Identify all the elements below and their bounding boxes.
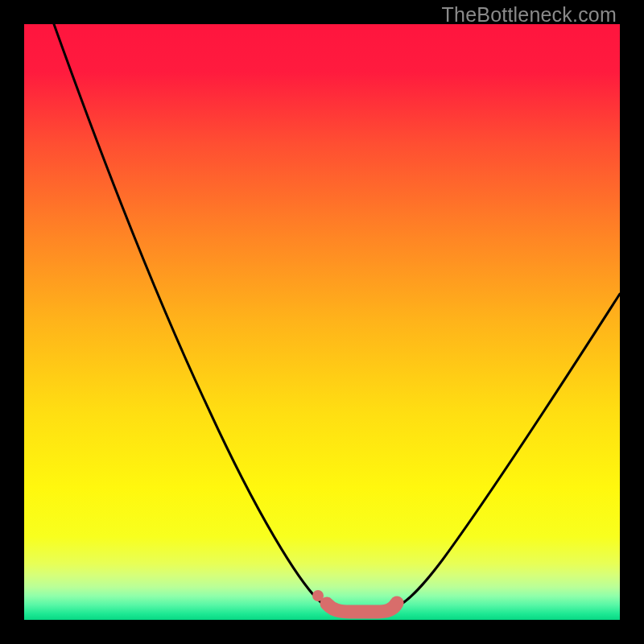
chart-curves xyxy=(24,24,620,620)
plot-area xyxy=(24,24,620,620)
black-left-curve xyxy=(54,24,336,609)
watermark-text: TheBottleneck.com xyxy=(442,3,617,27)
chart-frame: TheBottleneck.com xyxy=(0,0,644,644)
black-right-curve xyxy=(390,294,620,609)
pink-bottleneck-band xyxy=(327,603,397,612)
